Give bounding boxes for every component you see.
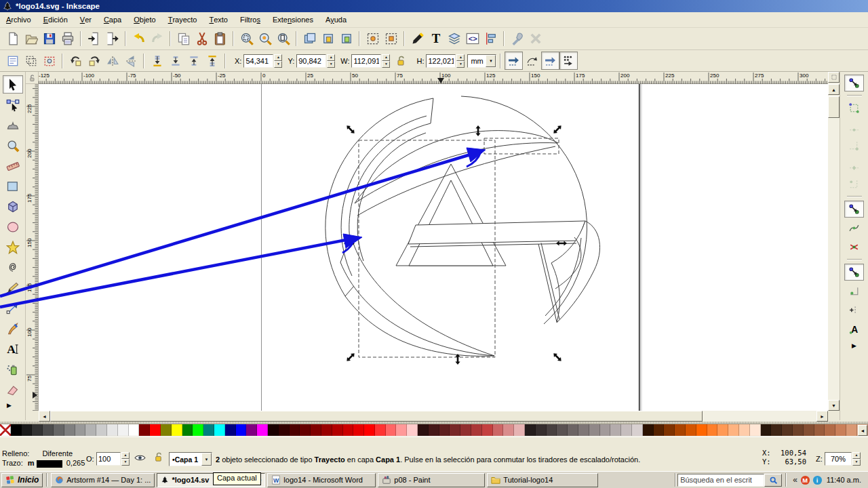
color-swatch[interactable]: [182, 424, 193, 436]
scroll-down-button[interactable]: ▼: [828, 400, 840, 411]
select-all-button[interactable]: [3, 52, 22, 70]
print-button[interactable]: [58, 30, 77, 48]
color-swatch[interactable]: [450, 424, 460, 436]
snap-text-baseline-button[interactable]: A: [844, 321, 864, 338]
color-swatch[interactable]: [471, 424, 482, 436]
calligraphy-tool[interactable]: [3, 319, 23, 338]
ruler-corner-lock[interactable]: [26, 72, 39, 84]
spin-down-icon[interactable]: ▼: [456, 61, 465, 68]
w-input[interactable]: [352, 56, 380, 66]
color-swatch[interactable]: [664, 424, 675, 436]
node-editor-tool[interactable]: [3, 96, 23, 114]
spin-up-icon[interactable]: ▲: [456, 54, 465, 61]
color-swatch[interactable]: [439, 424, 450, 436]
snap-midpoints-button[interactable]: [844, 302, 864, 319]
y-input[interactable]: [297, 56, 326, 66]
snap-bbox-button[interactable]: [844, 100, 864, 117]
lower-button[interactable]: [166, 52, 184, 70]
color-swatch[interactable]: [621, 424, 632, 436]
task-folder[interactable]: Tutorial-logo14: [487, 473, 598, 487]
hscroll-thumb[interactable]: [50, 411, 703, 422]
color-swatch[interactable]: [782, 424, 793, 436]
preferences-button[interactable]: [508, 30, 526, 48]
color-swatch[interactable]: [214, 424, 225, 436]
export-button[interactable]: [103, 30, 121, 48]
color-swatch[interactable]: [300, 424, 311, 436]
zoom-down-icon[interactable]: ▼: [852, 459, 861, 466]
open-folder-button[interactable]: [22, 30, 40, 48]
fill-indicator[interactable]: Relleno: Diferente: [2, 449, 73, 458]
opacity-spinbox[interactable]: ▲▼: [96, 452, 130, 466]
h-field[interactable]: [426, 54, 456, 68]
dimension-lock-button[interactable]: [391, 52, 410, 70]
text-tool[interactable]: A: [3, 340, 23, 358]
y-spinner[interactable]: ▲▼: [327, 54, 335, 68]
color-swatch[interactable]: [407, 424, 418, 436]
raise-to-top-button[interactable]: [203, 52, 221, 70]
color-swatch[interactable]: [696, 424, 707, 436]
color-swatch[interactable]: [332, 424, 343, 436]
color-swatch[interactable]: [493, 424, 504, 436]
layer-lock-button[interactable]: [153, 452, 163, 462]
color-swatch[interactable]: [654, 424, 665, 436]
color-swatch[interactable]: [482, 424, 493, 436]
search-input[interactable]: [677, 474, 764, 487]
color-swatch[interactable]: [107, 424, 118, 436]
search-button[interactable]: [764, 474, 782, 487]
color-swatch[interactable]: [193, 424, 203, 436]
scroll-right-button[interactable]: ►: [816, 411, 828, 422]
snap-master-button[interactable]: [844, 75, 864, 92]
color-swatch[interactable]: [64, 424, 75, 436]
canvas-corner-button[interactable]: [828, 72, 840, 83]
color-swatch[interactable]: [503, 424, 514, 436]
color-swatch[interactable]: [11, 424, 22, 436]
color-swatch[interactable]: [536, 424, 547, 436]
vertical-ruler[interactable]: 22520017515012510075: [26, 84, 39, 411]
layers-dialog-button[interactable]: [445, 30, 463, 48]
lower-to-bottom-button[interactable]: [148, 52, 166, 70]
unlink-clone-button[interactable]: [337, 30, 355, 48]
opacity-input[interactable]: [97, 453, 120, 464]
zoom-page-button[interactable]: [274, 30, 292, 48]
color-swatch[interactable]: [460, 424, 471, 436]
task-word[interactable]: Wlogo14 - Microsoft Word: [267, 473, 376, 487]
color-swatch[interactable]: [418, 424, 429, 436]
color-swatch[interactable]: [804, 424, 814, 436]
vertical-scrollbar[interactable]: ▲ ▼: [828, 72, 840, 411]
unit-dropdown-arrow-icon[interactable]: ▼: [486, 55, 496, 67]
swatch-none[interactable]: [0, 424, 11, 436]
save-button[interactable]: [40, 30, 58, 48]
w-spinner[interactable]: ▲▼: [382, 54, 390, 68]
color-swatch[interactable]: [246, 424, 257, 436]
snap-others-button[interactable]: [844, 264, 864, 281]
snap-nodes-button[interactable]: [844, 201, 864, 218]
color-swatch[interactable]: [364, 424, 375, 436]
color-swatch[interactable]: [139, 424, 150, 436]
spin-down-icon[interactable]: ▼: [274, 61, 282, 68]
menu-trayecto[interactable]: Trayecto: [162, 12, 203, 27]
layer-dropdown-arrow-icon[interactable]: ▼: [201, 453, 212, 466]
zoom-spinbox[interactable]: ▲▼: [825, 452, 861, 466]
menu-objeto[interactable]: Objeto: [127, 12, 161, 27]
color-swatch[interactable]: [22, 424, 33, 436]
select-original-button[interactable]: [363, 30, 382, 48]
menu-edicin[interactable]: Edición: [37, 12, 74, 27]
zoom-up-icon[interactable]: ▲: [852, 452, 861, 459]
color-swatch[interactable]: [686, 424, 696, 436]
tray-i[interactable]: i: [812, 475, 823, 485]
tweak-tool[interactable]: [3, 116, 23, 134]
tray-chevron-icon[interactable]: «: [793, 476, 797, 484]
h-spinner[interactable]: ▲▼: [456, 54, 465, 68]
unit-selector[interactable]: mm▼: [467, 54, 496, 68]
spin-up-icon[interactable]: ▲: [327, 54, 335, 61]
color-swatch[interactable]: [268, 424, 279, 436]
color-swatch[interactable]: [96, 424, 107, 436]
ellipse-tool[interactable]: [3, 218, 23, 236]
pencil-tool[interactable]: [3, 279, 23, 297]
color-swatch[interactable]: [386, 424, 397, 436]
flip-vertical-button[interactable]: [121, 52, 140, 70]
layer-selector[interactable]: •Capa 1 ▼: [169, 452, 212, 466]
x-input[interactable]: [244, 56, 273, 66]
task-firefox[interactable]: Artstorm #14 — Day 1: ...: [51, 473, 155, 487]
color-swatch[interactable]: [279, 424, 290, 436]
